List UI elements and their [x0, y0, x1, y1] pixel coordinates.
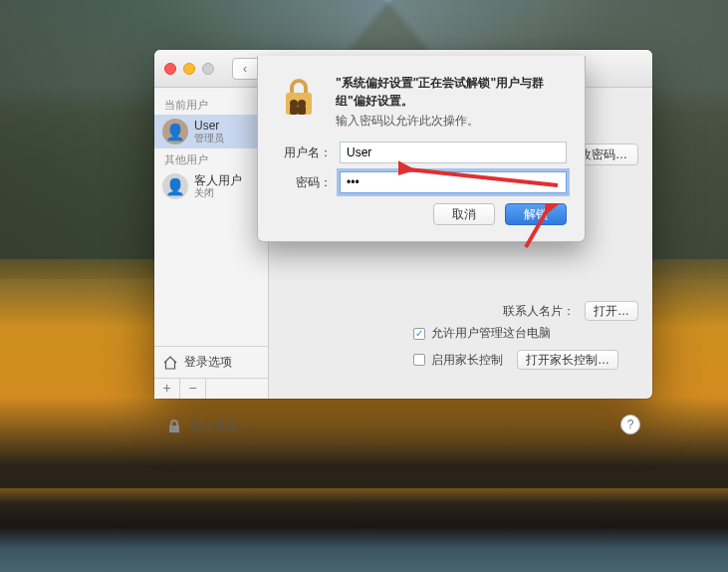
checkbox-icon[interactable] — [413, 328, 425, 340]
svg-rect-13 — [298, 106, 306, 115]
username-input[interactable] — [340, 142, 567, 163]
user-role: 管理员 — [194, 133, 224, 143]
add-button[interactable]: + — [154, 379, 180, 399]
sheet-message-main: "系统偏好设置"正在尝试解锁"用户与群组"偏好设置。 — [336, 74, 567, 110]
allow-manage-label: 允许用户管理这台电脑 — [431, 325, 551, 342]
sidebar-section-current: 当前用户 — [154, 94, 268, 115]
parental-label: 启用家长控制 — [431, 352, 503, 369]
avatar: 👤 — [162, 119, 188, 144]
sheet-message-sub: 输入密码以允许此次操作。 — [336, 112, 567, 130]
lock-status-text: 正在鉴定… — [190, 418, 250, 434]
sidebar-user-current[interactable]: 👤 User 管理员 — [154, 115, 268, 148]
svg-rect-12 — [290, 106, 298, 115]
allow-manage-row[interactable]: 允许用户管理这台电脑 — [413, 325, 618, 342]
auth-sheet: "系统偏好设置"正在尝试解锁"用户与群组"偏好设置。 输入密码以允许此次操作。 … — [257, 56, 586, 242]
window-controls — [154, 63, 214, 75]
user-name: 客人用户 — [194, 174, 242, 187]
sidebar: 当前用户 👤 User 管理员 其他用户 👤 客人用户 关闭 登录选 — [154, 88, 269, 399]
contact-label: 联系人名片： — [503, 303, 575, 320]
open-contact-button[interactable]: 打开… — [585, 301, 638, 321]
login-options[interactable]: 登录选项 — [154, 347, 268, 379]
open-parental-button[interactable]: 打开家长控制… — [517, 350, 618, 370]
close-icon[interactable] — [164, 63, 176, 75]
lock-large-icon — [276, 74, 322, 120]
add-remove-row: + − — [154, 379, 268, 399]
house-icon — [162, 355, 178, 371]
parental-row[interactable]: 启用家长控制 打开家长控制… — [413, 350, 618, 370]
help-button[interactable]: ? — [620, 415, 640, 434]
contact-row: 联系人名片： 打开… — [269, 301, 638, 321]
password-input[interactable] — [340, 171, 567, 193]
zoom-icon[interactable] — [202, 63, 214, 75]
login-options-label: 登录选项 — [184, 354, 232, 371]
sidebar-user-guest[interactable]: 👤 客人用户 关闭 — [154, 169, 268, 203]
avatar: 👤 — [162, 173, 188, 199]
back-button[interactable]: ‹ — [232, 58, 258, 80]
lock-status-row: 正在鉴定… — [166, 418, 250, 434]
lock-icon — [166, 419, 182, 434]
minimize-icon[interactable] — [183, 63, 195, 75]
unlock-button[interactable]: 解锁 — [505, 203, 567, 225]
remove-button[interactable]: − — [180, 379, 206, 399]
sidebar-section-other: 其他用户 — [154, 148, 268, 169]
password-label: 密码： — [276, 174, 340, 191]
username-label: 用户名： — [276, 144, 340, 161]
checkbox-icon[interactable] — [413, 354, 425, 366]
user-name: User — [194, 120, 224, 133]
cancel-button[interactable]: 取消 — [433, 203, 495, 225]
user-role: 关闭 — [194, 187, 242, 198]
